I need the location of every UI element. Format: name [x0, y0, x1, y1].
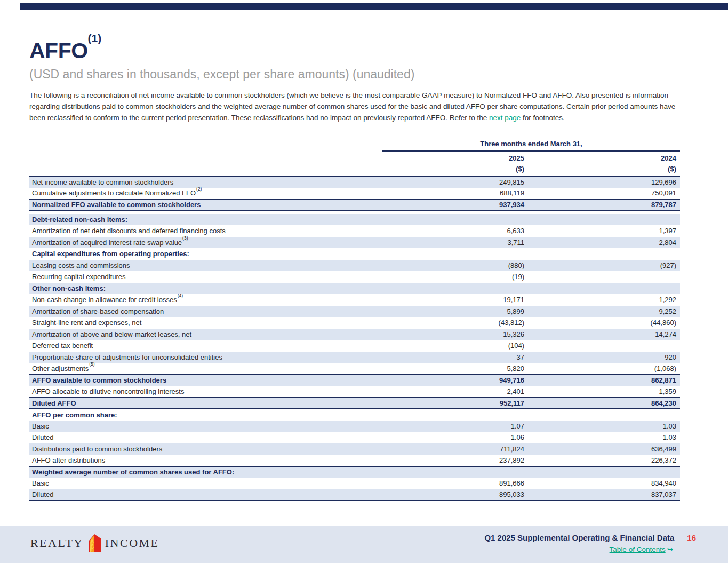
- value-2024: [528, 409, 680, 421]
- value-2024: [528, 283, 680, 295]
- row-label: AFFO allocable to dilutive noncontrollin…: [29, 386, 382, 398]
- row-label: Capital expenditures from operating prop…: [29, 248, 382, 260]
- row-label: Distributions paid to common stockholder…: [29, 443, 382, 455]
- period-header-spacer: [29, 139, 382, 151]
- footnote-marker: (2): [196, 186, 202, 192]
- footnote-marker: (4): [178, 293, 183, 298]
- value-2024: (44,860): [528, 317, 680, 329]
- table-row: AFFO allocable to dilutive noncontrollin…: [29, 386, 680, 398]
- year-header-2025: 2025: [382, 151, 528, 164]
- row-label: Amortization of net debt discounts and d…: [29, 225, 382, 237]
- value-2024: 864,230: [528, 398, 680, 409]
- value-2024: 879,787: [528, 199, 680, 211]
- top-accent-bar: [20, 3, 728, 10]
- table-row: Deferred tax benefit(104)—: [29, 340, 680, 352]
- units-header-row: ($) ($): [29, 164, 680, 176]
- toc-arrow-icon: ↪: [667, 545, 673, 553]
- row-label: Amortization of share-based compensation: [29, 306, 382, 318]
- table-row: AFFO per common share:: [29, 409, 680, 421]
- table-row: Amortization of net debt discounts and d…: [29, 225, 680, 237]
- value-2025: (19): [382, 271, 528, 283]
- footer-line2: Table of Contents↪: [484, 544, 673, 554]
- footnote-marker: (5): [89, 361, 94, 367]
- table-row: Debt-related non-cash items:: [29, 214, 680, 226]
- row-label: Basic: [29, 421, 382, 432]
- units-header-2024: ($): [528, 164, 680, 176]
- table-row: Cumulative adjustments to calculate Norm…: [29, 188, 680, 200]
- table-header: Three months ended March 31, 2025 2024 (…: [29, 139, 680, 176]
- value-2025: 19,171: [382, 294, 528, 306]
- table-row: Net income available to common stockhold…: [29, 176, 680, 188]
- page-footer: REALTY INCOME Q1 2025 Supplemental Opera…: [0, 526, 728, 563]
- value-2024: 226,372: [528, 455, 680, 466]
- realty-income-house-icon: [86, 534, 102, 552]
- table-row: Normalized FFO available to common stock…: [29, 199, 680, 211]
- row-label: Diluted: [29, 489, 382, 501]
- value-2024: 920: [528, 352, 680, 363]
- value-2025: 5,899: [382, 306, 528, 318]
- value-2025: 891,666: [382, 478, 528, 489]
- value-2025: [382, 283, 528, 295]
- table-row: Non-cash change in allowance for credit …: [29, 294, 680, 306]
- row-label: Non-cash change in allowance for credit …: [29, 294, 382, 306]
- table-body: Net income available to common stockhold…: [29, 176, 680, 501]
- table-row: Proportionate share of adjustments for u…: [29, 352, 680, 363]
- table-row: Straight-line rent and expenses, net(43,…: [29, 317, 680, 329]
- value-2024: 862,871: [528, 375, 680, 386]
- row-label: Leasing costs and commissions: [29, 260, 382, 272]
- value-2024: 1,397: [528, 225, 680, 237]
- value-2025: 952,117: [382, 398, 528, 409]
- table-row: AFFO after distributions237,892226,372: [29, 455, 680, 466]
- value-2025: 3,711: [382, 237, 528, 249]
- table-row: Leasing costs and commissions(880)(927): [29, 260, 680, 272]
- year-header-spacer: [29, 151, 382, 164]
- value-2024: 1,292: [528, 294, 680, 306]
- row-label: Amortization of acquired interest rate s…: [29, 237, 382, 249]
- value-2025: 895,033: [382, 489, 528, 501]
- value-2025: 711,824: [382, 443, 528, 455]
- intro-paragraph: The following is a reconciliation of net…: [29, 90, 680, 123]
- year-header-2024: 2024: [528, 151, 680, 164]
- logo-word-income: INCOME: [105, 536, 159, 550]
- table-row: Diluted AFFO952,117864,230: [29, 398, 680, 409]
- row-label: Weighted average number of common shares…: [29, 466, 382, 478]
- page-title-text: AFFO: [29, 38, 88, 63]
- value-2024: (1,068): [528, 363, 680, 375]
- value-2025: 249,815: [382, 176, 528, 188]
- table-row: Other adjustments(5)5,820(1,068): [29, 363, 680, 375]
- value-2024: 1.03: [528, 432, 680, 443]
- value-2024: 2,804: [528, 237, 680, 249]
- row-label: Diluted: [29, 432, 382, 443]
- period-header-row: Three months ended March 31,: [29, 139, 680, 151]
- row-label: Other adjustments(5): [29, 363, 382, 375]
- value-2024: 1,359: [528, 386, 680, 398]
- table-row: Amortization of above and below-market l…: [29, 329, 680, 340]
- value-2025: 949,716: [382, 375, 528, 386]
- page-title-footnote-marker: (1): [88, 32, 102, 44]
- next-page-link[interactable]: next page: [489, 114, 521, 122]
- page-number: 16: [687, 533, 696, 542]
- value-2024: (927): [528, 260, 680, 272]
- value-2024: 636,499: [528, 443, 680, 455]
- row-label: Deferred tax benefit: [29, 340, 382, 352]
- table-of-contents-link[interactable]: Table of Contents: [610, 545, 666, 553]
- value-2025: [382, 248, 528, 260]
- row-label: Basic: [29, 478, 382, 489]
- row-label: Debt-related non-cash items:: [29, 214, 382, 226]
- value-2025: 6,633: [382, 225, 528, 237]
- value-2024: 14,274: [528, 329, 680, 340]
- realty-income-logo: REALTY INCOME: [30, 534, 159, 552]
- intro-text-before-link: The following is a reconciliation of net…: [29, 91, 675, 122]
- row-label: Amortization of above and below-market l…: [29, 329, 382, 340]
- row-label: Normalized FFO available to common stock…: [29, 199, 382, 211]
- value-2024: 1.03: [528, 421, 680, 432]
- table-row: Basic891,666834,940: [29, 478, 680, 489]
- table-row: Amortization of share-based compensation…: [29, 306, 680, 318]
- document-title: Q1 2025 Supplemental Operating & Financi…: [484, 533, 674, 542]
- value-2025: 1.07: [382, 421, 528, 432]
- table-row: Other non-cash items:: [29, 283, 680, 295]
- table-row: Diluted1.061.03: [29, 432, 680, 443]
- table-row: Distributions paid to common stockholder…: [29, 443, 680, 455]
- row-label: Recurring capital expenditures: [29, 271, 382, 283]
- value-2024: [528, 466, 680, 478]
